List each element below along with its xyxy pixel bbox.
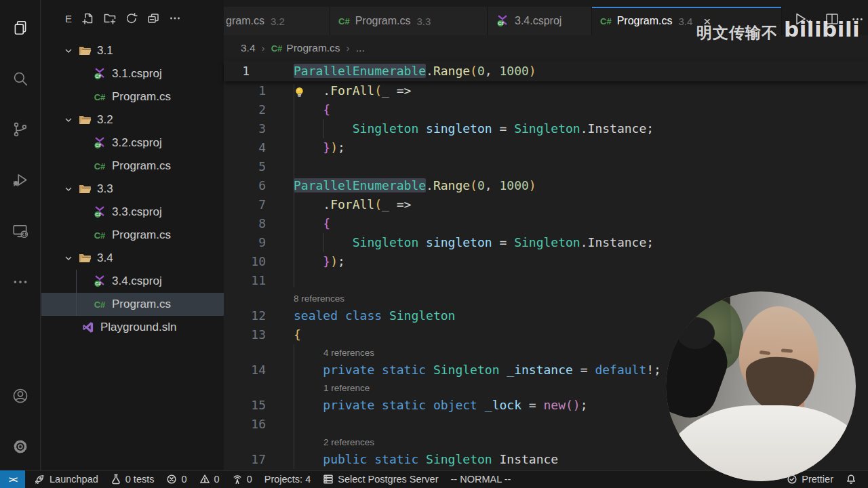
code-token: ) [330,254,338,268]
status-label: 0 tests [125,474,155,485]
refresh-button[interactable] [124,11,139,26]
code-token: ForAll [330,197,374,211]
activity-remote-explorer[interactable] [0,214,41,248]
broadcast-icon [232,474,243,485]
collapse-all-button[interactable] [146,11,161,26]
tab-3-4-csproj[interactable]: C#3.4.csproj [488,7,592,35]
breadcrumb-separator: › [262,42,265,54]
tree-folder-3.1[interactable]: 3.1 [41,39,224,62]
activity-source-control[interactable] [0,113,41,146]
highlighted-symbol: ParallelEnumerable [294,178,426,192]
new-file-button[interactable] [81,11,96,26]
more-actions-button[interactable] [851,13,864,26]
status-0[interactable]: 0 [226,470,258,488]
tree-folder-3.4[interactable]: 3.4 [41,247,224,270]
tree-item-label: 3.1.csproj [112,67,162,81]
breadcrumb-item[interactable]: C#Program.cs [271,42,340,54]
tree-file-3.3.csproj[interactable]: C#3.3.csproj [41,201,224,224]
new-file-icon [82,12,94,24]
status-prettier[interactable]: Prettier [781,470,840,488]
breadcrumb-item[interactable]: ... [356,42,365,54]
folder-icon [77,253,93,264]
status-label: Select Postgres Server [338,474,438,485]
run-button[interactable] [793,12,813,26]
code-token: { [294,327,301,342]
check-circle-icon [787,474,797,485]
tree-folder-3.2[interactable]: 3.2 [41,108,224,131]
code-token [294,254,323,268]
code-token: } [323,254,330,268]
code-token [418,235,426,249]
tree-file-Program.cs[interactable]: C#Program.cs [41,293,224,316]
code-line-content: private static object _lock = new(); [294,396,588,415]
tree-folder-3.3[interactable]: 3.3 [41,178,224,201]
tab-dir-hint: 3.4 [678,16,692,27]
line-number: 13 [224,325,266,344]
new-folder-button[interactable] [102,11,117,26]
activity-accounts[interactable] [0,379,41,413]
code-token: .Instance; [580,121,654,136]
csharp-file-icon: C# [92,92,108,102]
breadcrumb-label: 3.4 [241,42,256,54]
status-bell[interactable] [840,470,863,488]
line-number: 4 [224,138,266,157]
tree-file-Program.cs[interactable]: C#Program.cs [41,224,224,247]
tab-program-cs[interactable]: C#Program.cs3.4× [592,7,782,35]
tree-file-3.4.csproj[interactable]: C#3.4.csproj [41,270,224,293]
activity-run-debug[interactable] [0,163,41,197]
tree-file-Program.cs[interactable]: C#Program.cs [41,155,224,178]
tab-gram-cs[interactable]: gram.cs3.2 [224,7,330,35]
error-icon [166,474,177,485]
tree-file-3.1.csproj[interactable]: C#3.1.csproj [41,62,224,85]
activity-search[interactable] [0,62,41,96]
code-token: static [382,398,426,412]
code-line: 11 [224,271,868,290]
code-token: ; [338,254,345,268]
code-token: ) [529,178,536,192]
code-line: 6ParallelEnumerable.Range(0, 1000) [224,176,868,195]
code-token: ( [470,178,477,192]
tab-label: Program.cs [617,15,673,27]
status-0[interactable]: 0 [193,470,226,488]
breadcrumb-separator: › [347,42,350,54]
split-editor-button[interactable] [825,12,839,26]
status-0-tests[interactable]: 0 tests [104,470,161,488]
code-token: ( [374,197,382,211]
code-token: . [426,178,433,192]
line-number: 7 [224,195,266,214]
code-token: _ => [382,197,411,211]
code-line: 8 { [224,214,868,233]
sticky-line-content: ParallelEnumerable.Range(0, 1000) [294,61,536,81]
code-token [367,452,374,466]
breadcrumb-item[interactable]: 3.4 [241,42,256,54]
code-token [374,398,382,412]
refresh-icon [125,12,138,24]
tab-program-cs[interactable]: C#Program.cs3.3 [330,7,488,35]
status-launchpad[interactable]: Launchpad [28,470,104,488]
tree-item-label: 3.1 [97,44,113,58]
sidebar-explorer: E 3.1C#3.1.csprojC#Program.cs3.2C#3.2.cs… [41,0,224,470]
status-normal[interactable]: -- NORMAL -- [445,470,517,488]
activity-settings[interactable] [0,430,41,464]
svg-text:C#: C# [96,212,102,217]
code-token [426,398,433,412]
code-line: 3 Singleton singleton = Singleton.Instan… [224,119,868,138]
tree-item-label: Program.cs [112,298,171,311]
tree-file-3.2.csproj[interactable]: C#3.2.csproj [41,131,224,155]
status-projects-4[interactable]: Projects: 4 [258,470,317,488]
activity-explorer[interactable] [0,11,41,45]
tree-file-Playground.sln[interactable]: Playground.sln [41,316,224,339]
status-select-postgres-server[interactable]: Select Postgres Server [317,470,444,488]
remote-indicator[interactable]: >< [0,470,25,488]
more-actions-button[interactable] [167,11,182,26]
status-right-group: Prettier [781,470,863,488]
status-0[interactable]: 0 [160,470,193,488]
code-line-content: Singleton singleton = Singleton.Instance… [294,119,654,138]
line-number: 2 [224,100,266,119]
code-line-content: { [294,100,330,119]
tree-file-Program.cs[interactable]: C#Program.cs [41,85,224,108]
code-token: = [492,235,515,249]
close-icon[interactable]: × [703,15,711,28]
activity-more-views[interactable] [0,265,41,299]
code-token: ) [330,140,338,155]
